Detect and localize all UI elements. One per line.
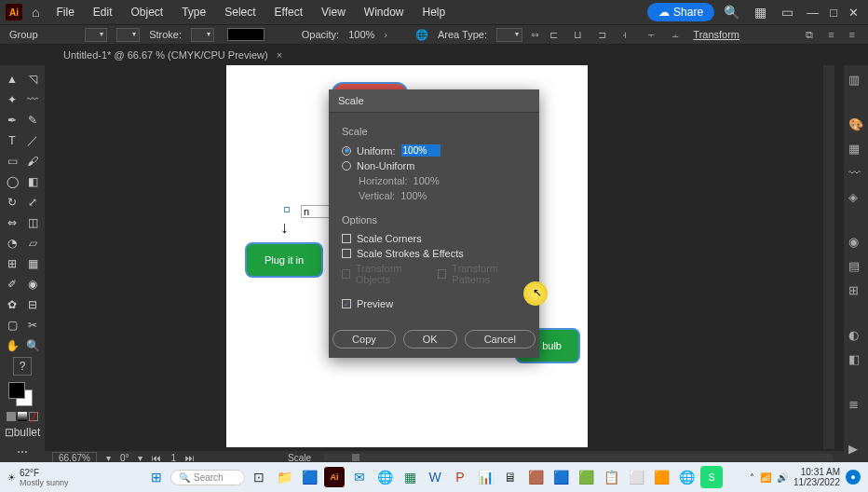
stroke-style-swatch[interactable] bbox=[227, 28, 264, 41]
fill-dropdown[interactable] bbox=[85, 28, 108, 42]
wifi-icon[interactable]: 📶 bbox=[760, 472, 771, 483]
mesh-tool[interactable]: ⊞ bbox=[3, 254, 21, 273]
line-tool[interactable]: ／ bbox=[23, 131, 42, 150]
rotate-tool[interactable]: ↻ bbox=[3, 193, 21, 212]
scrollbar-horizontal[interactable] bbox=[324, 454, 833, 461]
transparency-panel-icon[interactable]: ⊞ bbox=[848, 283, 863, 298]
menu-file[interactable]: File bbox=[48, 2, 81, 22]
perspective-tool[interactable]: ▱ bbox=[23, 234, 42, 253]
align-top-icon[interactable]: ⫠ bbox=[671, 29, 682, 40]
app-icon-1[interactable]: 🟦 bbox=[298, 466, 320, 488]
close-button[interactable]: ✕ bbox=[848, 6, 859, 20]
stroke-weight[interactable] bbox=[191, 28, 214, 42]
task-view-icon[interactable]: ⊡ bbox=[248, 466, 270, 488]
menu-effect[interactable]: Effect bbox=[267, 2, 310, 22]
non-uniform-radio[interactable] bbox=[342, 161, 351, 171]
eraser-tool[interactable]: ◧ bbox=[23, 172, 42, 191]
app-icon-7[interactable]: 📋 bbox=[600, 466, 622, 488]
page-nav-next-icon[interactable]: ⏭ bbox=[185, 453, 195, 463]
distrib-h-icon[interactable]: ⫞ bbox=[622, 29, 633, 40]
zoom-tool[interactable]: 🔍 bbox=[23, 336, 42, 355]
flowchart-process-1[interactable]: Plug it in bbox=[245, 242, 323, 278]
page-number[interactable]: 1 bbox=[170, 453, 176, 463]
gradient-panel-icon[interactable]: ▤ bbox=[848, 259, 863, 274]
stroke-dropdown[interactable] bbox=[116, 28, 140, 42]
ok-button[interactable]: OK bbox=[403, 330, 457, 348]
page-nav-prev-icon[interactable]: ⏮ bbox=[152, 453, 161, 463]
app-icon-6[interactable]: 🟩 bbox=[575, 466, 597, 488]
app-icon-2[interactable]: 📊 bbox=[474, 466, 496, 488]
gradient-mode-icon[interactable] bbox=[18, 412, 27, 421]
uniform-radio[interactable] bbox=[342, 146, 351, 156]
swatches-panel-icon[interactable]: ▦ bbox=[848, 142, 863, 157]
scale-strokes-checkbox[interactable] bbox=[342, 249, 351, 258]
paintbrush-tool[interactable]: 🖌 bbox=[23, 152, 42, 171]
selection-handle[interactable] bbox=[284, 207, 290, 212]
graphic-styles-icon[interactable]: ◧ bbox=[848, 352, 863, 367]
taskbar-search[interactable]: 🔍 Search bbox=[170, 470, 245, 485]
workspace-icon[interactable]: ▭ bbox=[781, 5, 793, 20]
menu-view[interactable]: View bbox=[314, 2, 353, 22]
app-icon-3[interactable]: 🖥 bbox=[499, 466, 522, 488]
document-tab[interactable]: Untitled-1* @ 66.67 % (CMYK/CPU Preview)… bbox=[56, 46, 290, 64]
lasso-tool[interactable]: 〰 bbox=[23, 90, 42, 109]
none-mode-icon[interactable]: ╱ bbox=[29, 412, 38, 421]
chrome-icon[interactable]: 🌐 bbox=[373, 466, 396, 488]
preview-checkbox[interactable] bbox=[342, 299, 351, 308]
powerpoint-icon[interactable]: P bbox=[449, 466, 471, 488]
copy-button[interactable]: Copy bbox=[332, 330, 396, 348]
tab-close-icon[interactable]: × bbox=[277, 49, 282, 61]
edit-toolbar[interactable]: ? bbox=[13, 357, 32, 376]
gradient-tool[interactable]: ▦ bbox=[23, 254, 42, 273]
slice-tool[interactable]: ✂ bbox=[23, 316, 42, 335]
dialog-title[interactable]: Scale bbox=[329, 89, 539, 113]
align-group[interactable]: ▫▫ bbox=[532, 29, 539, 40]
menu-help[interactable]: Help bbox=[415, 2, 454, 22]
brushes-panel-icon[interactable]: 〰 bbox=[848, 166, 863, 181]
magic-wand-tool[interactable]: ✦ bbox=[3, 90, 21, 109]
width-tool[interactable]: ⇔ bbox=[3, 213, 21, 232]
hand-tool[interactable]: ✋ bbox=[3, 336, 21, 355]
arrange-icon[interactable]: ▦ bbox=[754, 5, 766, 20]
area-type-dd[interactable] bbox=[496, 28, 522, 42]
start-button[interactable]: ⊞ bbox=[145, 466, 168, 488]
panel-menu-icon[interactable]: ≡ bbox=[846, 29, 859, 41]
menu-select[interactable]: Select bbox=[217, 2, 263, 22]
illustrator-taskbar-icon[interactable]: Ai bbox=[323, 466, 346, 488]
screen-mode-icon[interactable]: ⊡bullet bbox=[13, 423, 32, 442]
windows-taskbar[interactable]: ☀ 62°F Mostly sunny ⊞ 🔍 Search ⊡ 📁 🟦 Ai … bbox=[0, 462, 868, 492]
selection-tool[interactable]: ▲ bbox=[3, 70, 21, 89]
word-icon[interactable]: W bbox=[424, 466, 446, 488]
app-icon-5[interactable]: 🟦 bbox=[549, 466, 572, 488]
panel-icon-1[interactable]: ⧉ bbox=[802, 29, 817, 41]
fill-stroke-chips[interactable] bbox=[8, 382, 36, 408]
distrib-v-icon[interactable]: ⫟ bbox=[646, 29, 658, 40]
rectangle-tool[interactable]: ▭ bbox=[3, 152, 21, 171]
direct-select-tool[interactable]: ◹ bbox=[23, 70, 42, 89]
app-icon-4[interactable]: 🟫 bbox=[524, 466, 547, 488]
align-center-icon[interactable]: ⊔ bbox=[574, 29, 585, 40]
opacity-value[interactable]: 100% bbox=[348, 29, 374, 40]
globe-icon[interactable]: 🌐 bbox=[415, 29, 428, 41]
scale-tool[interactable]: ⤢ bbox=[23, 193, 42, 212]
home-icon[interactable]: ⌂ bbox=[32, 5, 39, 20]
scale-corners-checkbox[interactable] bbox=[342, 234, 351, 243]
shaper-tool[interactable]: ◯ bbox=[3, 172, 21, 191]
free-transform-tool[interactable]: ◫ bbox=[23, 213, 42, 232]
menu-type[interactable]: Type bbox=[174, 2, 213, 22]
scrollbar-vertical[interactable] bbox=[823, 65, 834, 449]
maximize-button[interactable]: □ bbox=[830, 6, 837, 20]
align-right-icon[interactable]: ⊐ bbox=[598, 29, 609, 40]
color-panel-icon[interactable]: 🎨 bbox=[848, 117, 863, 132]
appearance-panel-icon[interactable]: ◐ bbox=[848, 328, 863, 343]
weather-widget[interactable]: ☀ 62°F Mostly sunny bbox=[7, 468, 69, 487]
menu-edit[interactable]: Edit bbox=[86, 2, 120, 22]
symbol-tool[interactable]: ✿ bbox=[3, 295, 21, 314]
fill-chip[interactable] bbox=[8, 382, 25, 399]
artboard-tool[interactable]: ▢ bbox=[3, 316, 21, 335]
minimize-button[interactable]: — bbox=[807, 6, 819, 20]
panel-icon-2[interactable]: ≡ bbox=[824, 29, 837, 41]
vertical-value[interactable]: 100% bbox=[400, 190, 427, 201]
curvature-tool[interactable]: ✎ bbox=[23, 111, 42, 130]
tray-overflow-icon[interactable]: ˄ bbox=[750, 472, 754, 483]
